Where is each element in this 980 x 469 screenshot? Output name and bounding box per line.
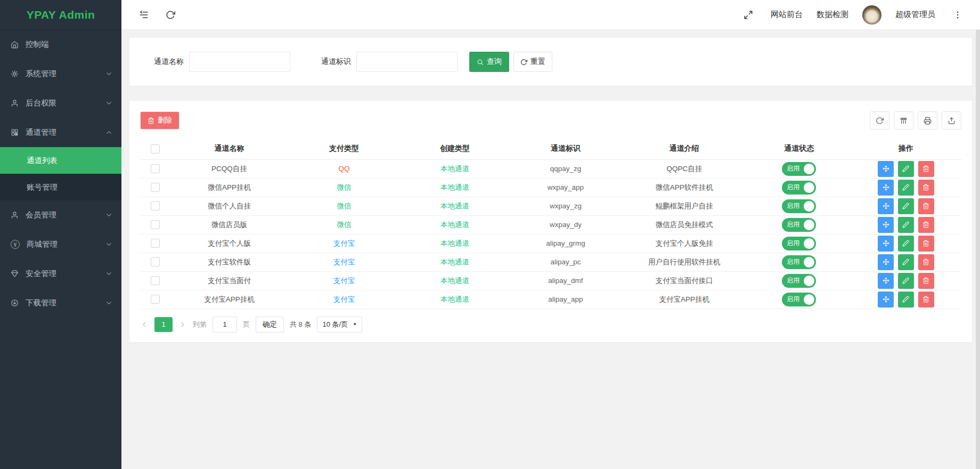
goto-label: 到第	[193, 320, 207, 329]
channel-table: 通道名称 支付类型 创建类型 通道标识 通道介绍 通道状态 操作 PCQQ自挂	[140, 138, 961, 309]
row-checkbox[interactable]	[151, 239, 160, 248]
cell-pay-type: 微信	[289, 197, 399, 215]
channel-table-card: 删除	[129, 101, 972, 342]
cell-code: alipay_dmf	[510, 271, 621, 290]
pencil-icon	[902, 277, 909, 284]
delete-row-button[interactable]	[918, 273, 934, 289]
move-icon	[883, 184, 889, 191]
fullscreen-button[interactable]	[740, 6, 757, 23]
delete-row-button[interactable]	[918, 292, 934, 308]
delete-row-button[interactable]	[918, 236, 934, 252]
row-checkbox[interactable]	[151, 164, 160, 173]
username[interactable]: 超级管理员	[895, 10, 935, 20]
cell-name: 支付宝APP挂机	[170, 290, 289, 309]
topbar: 网站前台 数据检测 超级管理员	[121, 0, 980, 30]
edit-row-button[interactable]	[898, 198, 914, 214]
sidebar-item-system[interactable]: 系统管理	[0, 59, 121, 88]
delete-row-button[interactable]	[918, 254, 934, 270]
sidebar-item-account-management[interactable]: 账号管理	[0, 174, 121, 200]
delete-row-button[interactable]	[918, 180, 934, 196]
sidebar-item-downloads[interactable]: 下载管理	[0, 288, 121, 318]
fullscreen-icon	[744, 10, 753, 20]
cell-create-type: 本地通道	[399, 159, 510, 178]
move-row-button[interactable]	[878, 292, 894, 308]
delete-row-button[interactable]	[918, 217, 934, 233]
status-toggle[interactable]: 启用	[782, 293, 816, 306]
edit-row-button[interactable]	[898, 180, 914, 196]
table-row: 支付宝软件版 支付宝 本地通道 alipay_pc 用户自行使用软件挂机 启用	[140, 253, 961, 271]
move-row-button[interactable]	[878, 236, 894, 252]
search-button[interactable]: 查询	[469, 52, 509, 72]
vertical-scrollbar[interactable]	[976, 30, 980, 469]
select-all-checkbox[interactable]	[151, 144, 160, 153]
sidebar-item-members[interactable]: 会员管理	[0, 200, 121, 230]
sidebar-item-admin-rights[interactable]: 后台权限	[0, 88, 121, 118]
row-checkbox[interactable]	[151, 257, 160, 266]
sidebar-item-dashboard[interactable]: 控制端	[0, 30, 121, 59]
next-page-icon[interactable]	[178, 320, 187, 329]
refresh-page-button[interactable]	[162, 6, 179, 23]
row-checkbox[interactable]	[151, 276, 160, 285]
edit-row-button[interactable]	[898, 236, 914, 252]
print-button[interactable]	[918, 111, 937, 130]
reset-button[interactable]: 重置	[513, 52, 552, 72]
edit-row-button[interactable]	[898, 292, 914, 308]
row-checkbox[interactable]	[151, 183, 160, 192]
sidebar-item-channel-list[interactable]: 通道列表	[0, 147, 121, 174]
content: 通道名称 通道标识 查询 重置 删除	[121, 30, 980, 469]
refresh-icon	[876, 117, 884, 125]
pencil-icon	[902, 296, 909, 303]
header-create-type: 创建类型	[399, 138, 510, 159]
page-1-button[interactable]: 1	[154, 317, 173, 332]
cell-code: wxpay_dy	[510, 215, 621, 234]
page-size-select[interactable]: 10 条/页 ▼	[317, 317, 362, 333]
status-toggle[interactable]: 启用	[782, 274, 816, 288]
pencil-icon	[902, 240, 909, 247]
channel-code-input[interactable]	[356, 52, 458, 72]
status-toggle[interactable]: 启用	[782, 181, 816, 195]
status-toggle[interactable]: 启用	[782, 218, 816, 232]
column-filter-button[interactable]	[894, 111, 913, 130]
goto-page-input[interactable]	[213, 317, 237, 333]
row-checkbox[interactable]	[151, 295, 160, 304]
prev-page-icon[interactable]	[140, 320, 149, 329]
pagination: 1 到第 页 确定 共 8 条 10 条/页 ▼	[140, 317, 961, 333]
table-refresh-button[interactable]	[870, 111, 889, 130]
edit-row-button[interactable]	[898, 217, 914, 233]
cell-desc: 支付宝个人版免挂	[621, 234, 748, 253]
channel-submenu: 通道列表 账号管理	[0, 147, 121, 200]
sidebar-item-mall[interactable]: ¥ 商城管理	[0, 230, 121, 259]
channel-name-input[interactable]	[189, 52, 290, 72]
move-row-button[interactable]	[878, 161, 894, 177]
export-button[interactable]	[942, 111, 961, 130]
sidebar-item-security[interactable]: 安全管理	[0, 259, 121, 288]
delete-row-button[interactable]	[918, 161, 934, 177]
cell-name: 支付宝个人版	[170, 234, 289, 253]
move-row-button[interactable]	[878, 180, 894, 196]
row-checkbox[interactable]	[151, 201, 160, 211]
move-row-button[interactable]	[878, 217, 894, 233]
move-row-button[interactable]	[878, 198, 894, 214]
status-toggle[interactable]: 启用	[782, 162, 816, 176]
sidebar-item-channel-management[interactable]: 通道管理	[0, 118, 121, 147]
search-icon	[477, 59, 484, 66]
status-toggle[interactable]: 启用	[782, 199, 816, 213]
toggle-knob	[804, 164, 814, 174]
bulk-delete-button[interactable]: 删除	[140, 111, 179, 130]
more-menu-button[interactable]	[949, 6, 966, 23]
status-toggle[interactable]: 启用	[782, 237, 816, 250]
data-check-link[interactable]: 数据检测	[816, 10, 848, 20]
move-row-button[interactable]	[878, 254, 894, 270]
edit-row-button[interactable]	[898, 161, 914, 177]
status-toggle[interactable]: 启用	[782, 255, 816, 269]
move-row-button[interactable]	[878, 273, 894, 289]
edit-row-button[interactable]	[898, 273, 914, 289]
trash-icon	[922, 277, 929, 284]
row-checkbox[interactable]	[151, 220, 160, 229]
goto-confirm-button[interactable]: 确定	[256, 317, 284, 333]
collapse-sidebar-button[interactable]	[135, 6, 152, 23]
site-front-link[interactable]: 网站前台	[771, 10, 803, 20]
user-avatar[interactable]	[862, 5, 881, 25]
delete-row-button[interactable]	[918, 198, 934, 214]
edit-row-button[interactable]	[898, 254, 914, 270]
